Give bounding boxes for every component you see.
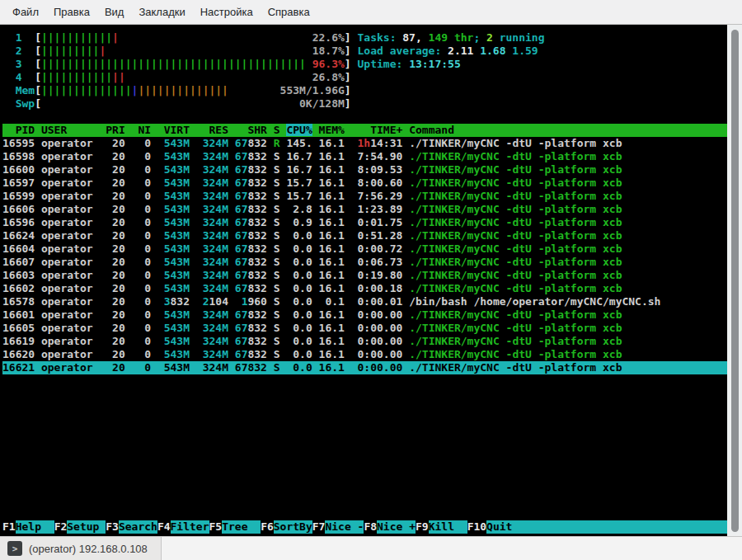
col-header-time[interactable]: TIME+ bbox=[351, 124, 403, 136]
col-header-s[interactable]: S bbox=[274, 124, 280, 136]
meter-4: 4 [||||||||||||| 26.8%] bbox=[2, 71, 727, 84]
session-tab-label: (operator) 192.168.0.108 bbox=[29, 543, 148, 555]
fkey-f7-key[interactable]: F7 bbox=[312, 520, 326, 534]
process-row-16598[interactable]: 16598 operator 20 0 543M 324M 67832 S 16… bbox=[2, 150, 727, 163]
menu-help[interactable]: Справка bbox=[261, 0, 317, 24]
fkey-f8-label[interactable]: Nice + bbox=[377, 520, 416, 534]
process-row-16602[interactable]: 16602 operator 20 0 543M 324M 67832 S 0.… bbox=[2, 282, 727, 295]
fkey-f10-label[interactable]: Quit bbox=[486, 520, 727, 534]
process-row-16601[interactable]: 16601 operator 20 0 543M 324M 67832 S 0.… bbox=[2, 308, 727, 322]
htop-screen: 1 [|||||||||||| 22.6%] Tasks: 87, 149 th… bbox=[0, 25, 727, 374]
process-row-16595[interactable]: 16595 operator 20 0 543M 324M 67832 R 14… bbox=[2, 137, 727, 150]
process-row-16578[interactable]: 16578 operator 20 0 3832 2104 1960 S 0.0… bbox=[2, 295, 727, 308]
terminal[interactable]: 1 [|||||||||||| 22.6%] Tasks: 87, 149 th… bbox=[0, 25, 727, 536]
process-row-16621[interactable]: 16621 operator 20 0 543M 324M 67832 S 0.… bbox=[2, 361, 727, 374]
process-row-16603[interactable]: 16603 operator 20 0 543M 324M 67832 S 0.… bbox=[2, 269, 727, 282]
fkey-f10-key[interactable]: F10 bbox=[467, 520, 486, 534]
scrollbar[interactable] bbox=[727, 25, 742, 536]
fkey-f5-label[interactable]: Tree bbox=[222, 520, 261, 534]
fkey-f5-key[interactable]: F5 bbox=[209, 520, 223, 534]
meter-mem: Mem[||||||||||||||||||||||||||||| 553M/1… bbox=[2, 84, 727, 97]
menu-view[interactable]: Вид bbox=[97, 0, 132, 24]
menu-edit[interactable]: Правка bbox=[46, 0, 97, 24]
col-header-res[interactable]: RES bbox=[196, 124, 228, 136]
col-header-mem[interactable]: MEM% bbox=[319, 124, 345, 136]
function-key-bar: F1Help F2Setup F3SearchF4FilterF5Tree F6… bbox=[0, 520, 727, 534]
menu-file[interactable]: Файл bbox=[5, 0, 46, 24]
menu-bar: Файл Правка Вид Закладки Настройка Справ… bbox=[0, 0, 742, 25]
fkey-f4-label[interactable]: Filter bbox=[171, 520, 209, 534]
scrollbar-thumb[interactable] bbox=[731, 30, 739, 532]
meter-swp: Swp[ 0K/128M] bbox=[2, 97, 727, 111]
process-table-header: PID USER PRI NI VIRT RES SHR S CPU% MEM%… bbox=[2, 124, 727, 137]
menu-bookmarks[interactable]: Закладки bbox=[131, 0, 192, 24]
col-header-shr[interactable]: SHR bbox=[235, 124, 267, 136]
session-tab[interactable]: > (operator) 192.168.0.108 bbox=[0, 537, 162, 560]
meter-2: 2 [|||||||||| 18.7%] Load average: 2.11 … bbox=[2, 45, 727, 58]
fkey-f1-key[interactable]: F1 bbox=[2, 520, 16, 534]
tab-bar: > (operator) 192.168.0.108 bbox=[0, 536, 742, 560]
fkey-f3-label[interactable]: Search bbox=[119, 520, 157, 534]
fkey-f2-label[interactable]: Setup bbox=[67, 520, 106, 534]
process-row-16605[interactable]: 16605 operator 20 0 543M 324M 67832 S 0.… bbox=[2, 322, 727, 335]
fkey-f6-key[interactable]: F6 bbox=[261, 520, 274, 534]
menu-settings[interactable]: Настройка bbox=[193, 0, 261, 24]
fkey-f6-label[interactable]: SortBy bbox=[274, 520, 312, 534]
process-row-16604[interactable]: 16604 operator 20 0 543M 324M 67832 S 0.… bbox=[2, 242, 727, 256]
terminal-area: 1 [|||||||||||| 22.6%] Tasks: 87, 149 th… bbox=[0, 25, 742, 536]
fkey-f9-key[interactable]: F9 bbox=[416, 520, 429, 534]
process-row-16619[interactable]: 16619 operator 20 0 543M 324M 67832 S 0.… bbox=[2, 335, 727, 348]
process-row-16599[interactable]: 16599 operator 20 0 543M 324M 67832 S 15… bbox=[2, 190, 727, 203]
konsole-window: Файл Правка Вид Закладки Настройка Справ… bbox=[0, 0, 742, 560]
fkey-f9-label[interactable]: Kill bbox=[429, 520, 467, 534]
col-header-pri[interactable]: PRI bbox=[106, 124, 124, 136]
col-header-pid[interactable]: PID bbox=[2, 124, 35, 136]
fkey-f7-label[interactable]: Nice - bbox=[325, 520, 364, 534]
uptime-summary: Uptime: 13:17:55 bbox=[351, 58, 461, 70]
process-row-16606[interactable]: 16606 operator 20 0 543M 324M 67832 S 2.… bbox=[2, 203, 727, 216]
tasks-summary: Tasks: 87, 149 thr; 2 running bbox=[351, 31, 545, 44]
meter-1: 1 [|||||||||||| 22.6%] Tasks: 87, 149 th… bbox=[2, 31, 727, 45]
col-header-user[interactable]: USER bbox=[41, 124, 99, 136]
fkey-f1-label[interactable]: Help bbox=[16, 520, 54, 534]
process-row-16607[interactable]: 16607 operator 20 0 543M 324M 67832 S 0.… bbox=[2, 256, 727, 269]
terminal-icon: > bbox=[7, 541, 22, 556]
fkey-f3-key[interactable]: F3 bbox=[106, 520, 119, 534]
col-header-virt[interactable]: VIRT bbox=[157, 124, 190, 136]
load-summary: Load average: 2.11 1.68 1.59 bbox=[351, 45, 538, 57]
fkey-f2-key[interactable]: F2 bbox=[54, 520, 68, 534]
process-row-16600[interactable]: 16600 operator 20 0 543M 324M 67832 S 16… bbox=[2, 163, 727, 176]
fkey-f8-key[interactable]: F8 bbox=[364, 520, 377, 534]
col-header-cpu[interactable]: CPU% bbox=[286, 124, 312, 136]
fkey-f4-key[interactable]: F4 bbox=[157, 520, 171, 534]
meter-3: 3 [|||||||||||||||||||||||||||||||||||||… bbox=[2, 58, 727, 71]
blank-line bbox=[2, 111, 727, 124]
col-header-ni[interactable]: NI bbox=[132, 124, 151, 136]
process-row-16620[interactable]: 16620 operator 20 0 543M 324M 67832 S 0.… bbox=[2, 348, 727, 361]
process-row-16596[interactable]: 16596 operator 20 0 543M 324M 67832 S 0.… bbox=[2, 216, 727, 229]
process-row-16624[interactable]: 16624 operator 20 0 543M 324M 67832 S 0.… bbox=[2, 229, 727, 242]
col-header-command[interactable]: Command bbox=[409, 124, 454, 136]
process-row-16597[interactable]: 16597 operator 20 0 543M 324M 67832 S 15… bbox=[2, 176, 727, 190]
